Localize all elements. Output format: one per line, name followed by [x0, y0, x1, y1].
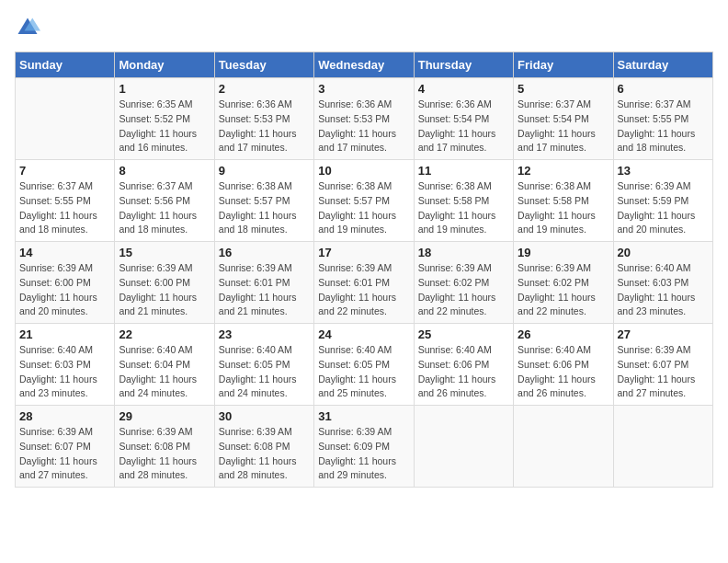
calendar-cell: 25Sunrise: 6:40 AMSunset: 6:06 PMDayligh…	[414, 324, 513, 406]
day-number: 19	[518, 246, 609, 259]
day-detail: Sunrise: 6:40 AMSunset: 6:03 PMDaylight:…	[618, 261, 709, 319]
day-number: 1	[119, 82, 210, 96]
day-detail: Sunrise: 6:37 AMSunset: 5:55 PMDaylight:…	[618, 98, 709, 155]
day-detail: Sunrise: 6:38 AMSunset: 5:58 PMDaylight:…	[518, 179, 609, 237]
day-number: 24	[318, 327, 409, 341]
day-number: 22	[119, 327, 210, 341]
calendar-cell: 20Sunrise: 6:40 AMSunset: 6:03 PMDayligh…	[613, 242, 712, 324]
weekday-header: Tuesday	[214, 52, 313, 78]
day-detail: Sunrise: 6:36 AMSunset: 5:53 PMDaylight:…	[219, 98, 310, 155]
calendar-cell: 12Sunrise: 6:38 AMSunset: 5:58 PMDayligh…	[514, 160, 613, 242]
calendar-cell	[613, 406, 712, 488]
day-detail: Sunrise: 6:39 AMSunset: 5:59 PMDaylight:…	[618, 179, 709, 237]
calendar-cell: 13Sunrise: 6:39 AMSunset: 5:59 PMDayligh…	[613, 160, 712, 242]
day-number: 28	[19, 409, 110, 423]
weekday-header: Sunday	[16, 52, 115, 78]
calendar-cell: 16Sunrise: 6:39 AMSunset: 6:01 PMDayligh…	[214, 242, 313, 324]
day-number: 14	[19, 246, 110, 259]
day-detail: Sunrise: 6:38 AMSunset: 5:57 PMDaylight:…	[318, 179, 409, 237]
day-detail: Sunrise: 6:39 AMSunset: 6:02 PMDaylight:…	[518, 261, 609, 319]
weekday-header: Friday	[514, 52, 613, 78]
day-detail: Sunrise: 6:37 AMSunset: 5:54 PMDaylight:…	[518, 98, 609, 155]
day-detail: Sunrise: 6:37 AMSunset: 5:56 PMDaylight:…	[119, 179, 210, 237]
day-number: 2	[219, 82, 310, 96]
calendar-cell: 5Sunrise: 6:37 AMSunset: 5:54 PMDaylight…	[514, 78, 613, 160]
logo-icon	[15, 15, 40, 40]
day-detail: Sunrise: 6:35 AMSunset: 5:52 PMDaylight:…	[119, 98, 210, 155]
day-detail: Sunrise: 6:36 AMSunset: 5:54 PMDaylight:…	[418, 98, 509, 155]
day-detail: Sunrise: 6:39 AMSunset: 6:07 PMDaylight:…	[19, 425, 110, 483]
calendar-header-row: SundayMondayTuesdayWednesdayThursdayFrid…	[16, 52, 713, 78]
day-number: 13	[618, 164, 709, 178]
day-number: 11	[418, 164, 509, 178]
day-number: 15	[119, 246, 210, 259]
day-detail: Sunrise: 6:40 AMSunset: 6:04 PMDaylight:…	[119, 343, 210, 401]
calendar-cell: 21Sunrise: 6:40 AMSunset: 6:03 PMDayligh…	[16, 324, 115, 406]
header	[15, 15, 713, 40]
day-detail: Sunrise: 6:40 AMSunset: 6:03 PMDaylight:…	[19, 343, 110, 401]
day-number: 16	[219, 246, 310, 259]
calendar-cell: 23Sunrise: 6:40 AMSunset: 6:05 PMDayligh…	[214, 324, 313, 406]
calendar-cell	[514, 406, 613, 488]
day-number: 25	[418, 327, 509, 341]
calendar-cell: 1Sunrise: 6:35 AMSunset: 5:52 PMDaylight…	[115, 78, 214, 160]
calendar-cell: 9Sunrise: 6:38 AMSunset: 5:57 PMDaylight…	[214, 160, 313, 242]
calendar-cell	[414, 406, 513, 488]
calendar-cell: 19Sunrise: 6:39 AMSunset: 6:02 PMDayligh…	[514, 242, 613, 324]
calendar-cell: 10Sunrise: 6:38 AMSunset: 5:57 PMDayligh…	[314, 160, 414, 242]
weekday-header: Saturday	[613, 52, 712, 78]
calendar-cell: 17Sunrise: 6:39 AMSunset: 6:01 PMDayligh…	[314, 242, 414, 324]
calendar-table: SundayMondayTuesdayWednesdayThursdayFrid…	[15, 52, 713, 488]
day-number: 10	[318, 164, 409, 178]
day-number: 6	[618, 82, 709, 96]
day-number: 27	[618, 327, 709, 341]
day-detail: Sunrise: 6:40 AMSunset: 6:06 PMDaylight:…	[418, 343, 509, 401]
day-number: 12	[518, 164, 609, 178]
calendar-cell: 11Sunrise: 6:38 AMSunset: 5:58 PMDayligh…	[414, 160, 513, 242]
day-number: 3	[318, 82, 409, 96]
day-detail: Sunrise: 6:37 AMSunset: 5:55 PMDaylight:…	[19, 179, 110, 237]
day-detail: Sunrise: 6:40 AMSunset: 6:05 PMDaylight:…	[318, 343, 409, 401]
weekday-header: Wednesday	[314, 52, 414, 78]
calendar-cell: 22Sunrise: 6:40 AMSunset: 6:04 PMDayligh…	[115, 324, 214, 406]
day-number: 7	[19, 164, 110, 178]
day-detail: Sunrise: 6:39 AMSunset: 6:08 PMDaylight:…	[119, 425, 210, 483]
day-detail: Sunrise: 6:39 AMSunset: 6:02 PMDaylight:…	[418, 261, 509, 319]
calendar-cell: 30Sunrise: 6:39 AMSunset: 6:08 PMDayligh…	[214, 406, 313, 488]
day-detail: Sunrise: 6:40 AMSunset: 6:05 PMDaylight:…	[219, 343, 310, 401]
day-detail: Sunrise: 6:39 AMSunset: 6:09 PMDaylight:…	[318, 425, 409, 483]
day-detail: Sunrise: 6:40 AMSunset: 6:06 PMDaylight:…	[518, 343, 609, 401]
day-number: 21	[19, 327, 110, 341]
calendar-cell: 29Sunrise: 6:39 AMSunset: 6:08 PMDayligh…	[115, 406, 214, 488]
day-detail: Sunrise: 6:38 AMSunset: 5:58 PMDaylight:…	[418, 179, 509, 237]
day-detail: Sunrise: 6:38 AMSunset: 5:57 PMDaylight:…	[219, 179, 310, 237]
day-number: 9	[219, 164, 310, 178]
day-number: 8	[119, 164, 210, 178]
calendar-cell: 6Sunrise: 6:37 AMSunset: 5:55 PMDaylight…	[613, 78, 712, 160]
day-detail: Sunrise: 6:39 AMSunset: 6:08 PMDaylight:…	[219, 425, 310, 483]
day-number: 18	[418, 246, 509, 259]
day-number: 23	[219, 327, 310, 341]
day-number: 17	[318, 246, 409, 259]
day-number: 31	[318, 409, 409, 423]
calendar-cell: 28Sunrise: 6:39 AMSunset: 6:07 PMDayligh…	[16, 406, 115, 488]
day-number: 29	[119, 409, 210, 423]
day-detail: Sunrise: 6:39 AMSunset: 6:07 PMDaylight:…	[618, 343, 709, 401]
day-number: 5	[518, 82, 609, 96]
calendar-cell: 27Sunrise: 6:39 AMSunset: 6:07 PMDayligh…	[613, 324, 712, 406]
calendar-week-row: 14Sunrise: 6:39 AMSunset: 6:00 PMDayligh…	[16, 242, 713, 324]
calendar-cell: 7Sunrise: 6:37 AMSunset: 5:55 PMDaylight…	[16, 160, 115, 242]
weekday-header: Monday	[115, 52, 214, 78]
day-detail: Sunrise: 6:39 AMSunset: 6:00 PMDaylight:…	[119, 261, 210, 319]
calendar-cell: 15Sunrise: 6:39 AMSunset: 6:00 PMDayligh…	[115, 242, 214, 324]
calendar-cell: 24Sunrise: 6:40 AMSunset: 6:05 PMDayligh…	[314, 324, 414, 406]
calendar-week-row: 28Sunrise: 6:39 AMSunset: 6:07 PMDayligh…	[16, 406, 713, 488]
calendar-week-row: 1Sunrise: 6:35 AMSunset: 5:52 PMDaylight…	[16, 78, 713, 160]
calendar-cell: 26Sunrise: 6:40 AMSunset: 6:06 PMDayligh…	[514, 324, 613, 406]
calendar-week-row: 21Sunrise: 6:40 AMSunset: 6:03 PMDayligh…	[16, 324, 713, 406]
day-detail: Sunrise: 6:39 AMSunset: 6:00 PMDaylight:…	[19, 261, 110, 319]
day-detail: Sunrise: 6:36 AMSunset: 5:53 PMDaylight:…	[318, 98, 409, 155]
calendar-cell: 2Sunrise: 6:36 AMSunset: 5:53 PMDaylight…	[214, 78, 313, 160]
calendar-week-row: 7Sunrise: 6:37 AMSunset: 5:55 PMDaylight…	[16, 160, 713, 242]
calendar-cell: 4Sunrise: 6:36 AMSunset: 5:54 PMDaylight…	[414, 78, 513, 160]
